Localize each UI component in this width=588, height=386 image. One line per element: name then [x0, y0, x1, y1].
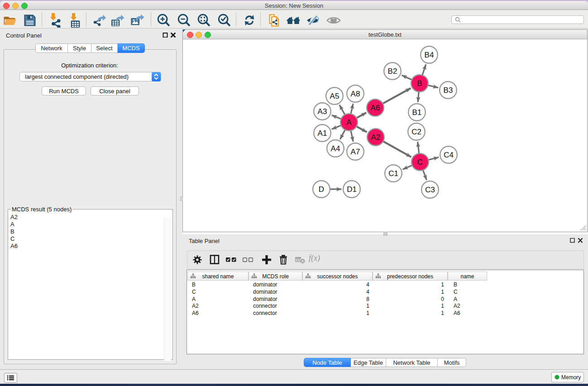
svg-text:A5: A5: [330, 92, 339, 100]
svg-text:C3: C3: [425, 186, 435, 194]
svg-text:B: B: [417, 79, 422, 88]
svg-text:B1: B1: [412, 108, 422, 117]
svg-text:C2: C2: [411, 128, 421, 136]
svg-text:C4: C4: [444, 151, 454, 159]
svg-text:C: C: [417, 158, 423, 167]
svg-text:C1: C1: [388, 169, 398, 178]
svg-text:B2: B2: [388, 67, 397, 76]
svg-text:A6: A6: [371, 104, 380, 112]
svg-text:A4: A4: [331, 144, 340, 153]
svg-text:B3: B3: [444, 86, 453, 95]
svg-text:A2: A2: [371, 133, 381, 142]
svg-text:A1: A1: [318, 129, 327, 138]
svg-text:A7: A7: [351, 148, 360, 156]
svg-text:A3: A3: [318, 107, 327, 116]
svg-text:D1: D1: [347, 185, 357, 194]
svg-text:B4: B4: [425, 51, 434, 59]
svg-text:D: D: [319, 185, 324, 194]
svg-text:A: A: [346, 118, 352, 127]
svg-text:A8: A8: [351, 90, 360, 98]
